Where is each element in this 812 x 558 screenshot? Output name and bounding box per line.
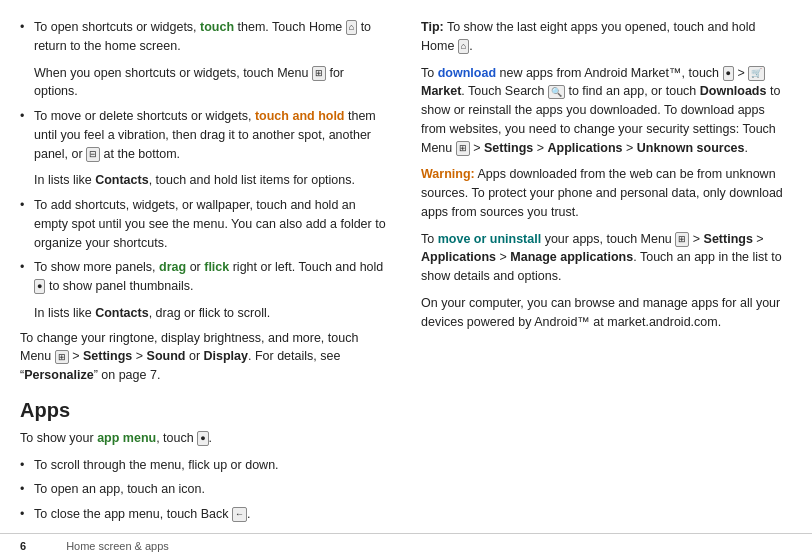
keyword-touch: touch (200, 20, 234, 34)
move-para: To move or uninstall your apps, touch Me… (421, 230, 792, 286)
page-container: To open shortcuts or widgets, touch them… (0, 0, 812, 558)
indent-block-1: When you open shortcuts or widgets, touc… (20, 64, 391, 102)
display-label: Display (204, 349, 248, 363)
unknown-sources-label: Unknown sources (637, 141, 745, 155)
downloads-label: Downloads (700, 84, 767, 98)
list-item: To add shortcuts, widgets, or wallpaper,… (20, 196, 391, 252)
settings-para: To change your ringtone, display brightn… (20, 329, 391, 385)
bullet-list-3: To add shortcuts, widgets, or wallpaper,… (20, 196, 391, 296)
applications-label: Applications (548, 141, 623, 155)
tip-label: Tip: (421, 20, 444, 34)
settings-label-3: Settings (704, 232, 753, 246)
market-label: Market (421, 84, 461, 98)
bullet-list-main: To open shortcuts or widgets, touch them… (20, 18, 391, 56)
right-column: Tip: To show the last eight apps you ope… (421, 18, 792, 540)
back-icon: ← (232, 507, 247, 522)
keyword-download: download (438, 66, 496, 80)
menu-icon-3: ⊞ (456, 141, 470, 156)
keyword-move-uninstall: move or uninstall (438, 232, 542, 246)
list-item: To scroll through the menu, flick up or … (20, 456, 391, 475)
list-item: To open shortcuts or widgets, touch them… (20, 18, 391, 56)
list-item: To move or delete shortcuts or widgets, … (20, 107, 391, 163)
list-item: To close the app menu, touch Back ←. (20, 505, 391, 524)
indent-block-2: In lists like Contacts, touch and hold l… (20, 171, 391, 190)
keyword-touch-hold: touch and hold (255, 109, 345, 123)
warning-label: Warning: (421, 167, 475, 181)
footer-page-number: 6 (20, 538, 26, 555)
contacts-ref-2: Contacts (95, 306, 148, 320)
sound-label: Sound (147, 349, 186, 363)
indent-block-3: In lists like Contacts, drag or flick to… (20, 304, 391, 323)
apps-bullet-list: To scroll through the menu, flick up or … (20, 456, 391, 524)
circle-icon: ● (34, 279, 45, 294)
list-item: To show more panels, drag or flick right… (20, 258, 391, 296)
personalize-label: Personalize (24, 368, 93, 382)
search-icon: 🔍 (548, 85, 565, 100)
footer-bar: 6 Home screen & apps (0, 533, 812, 559)
bullet-text: To open shortcuts or widgets, touch them… (34, 20, 371, 53)
apps-section-title: Apps (20, 395, 391, 425)
apps-intro-para: To show your app menu, touch ●. (20, 429, 391, 448)
market-link[interactable]: market.android.com (607, 315, 717, 329)
bullet-list-2: To move or delete shortcuts or widgets, … (20, 107, 391, 163)
settings-label-2: Settings (484, 141, 533, 155)
manage-apps-label: Manage applications (510, 250, 633, 264)
menu-icon: ⊞ (312, 66, 326, 81)
market-icon: ● (723, 66, 734, 81)
download-para: To download new apps from Android Market… (421, 64, 792, 158)
app-menu-icon: ● (197, 431, 208, 446)
grid-icon: ⊟ (86, 147, 100, 162)
footer-section-label: Home screen & apps (66, 538, 169, 555)
list-item: To open an app, touch an icon. (20, 480, 391, 499)
contacts-ref: Contacts (95, 173, 148, 187)
tip-para: Tip: To show the last eight apps you ope… (421, 18, 792, 56)
menu-icon-2: ⊞ (55, 350, 69, 365)
left-column: To open shortcuts or widgets, touch them… (20, 18, 391, 540)
keyword-drag: drag (159, 260, 186, 274)
keyword-flick: flick (204, 260, 229, 274)
warning-para: Warning: Apps downloaded from the web ca… (421, 165, 792, 221)
home-icon-2: ⌂ (458, 39, 469, 54)
keyword-app-menu: app menu (97, 431, 156, 445)
settings-label: Settings (83, 349, 132, 363)
applications-label-2: Applications (421, 250, 496, 264)
computer-para: On your computer, you can browse and man… (421, 294, 792, 332)
cart-icon: 🛒 (748, 66, 765, 81)
menu-icon-4: ⊞ (675, 232, 689, 247)
home-icon: ⌂ (346, 20, 357, 35)
